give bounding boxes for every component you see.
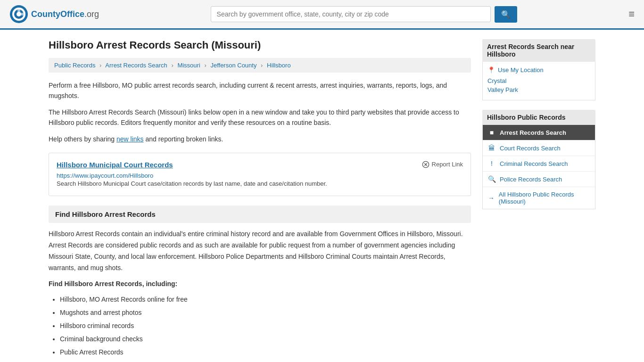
logo-area: CountyOffice.org (9, 5, 99, 24)
record-url[interactable]: https://www.ipaycourt.com/Hillsboro (57, 172, 153, 179)
sidebar-near-content: 📍 Use My Location Crystal Valley Park (482, 62, 595, 100)
breadcrumb-arrest-records[interactable]: Arrest Records Search (105, 62, 167, 69)
record-title-link[interactable]: Hillsboro Municipal Court Records (57, 161, 173, 169)
find-subheading: Find Hillsboro Arrest Records, including… (49, 280, 177, 288)
logo-text: CountyOffice.org (31, 9, 99, 19)
breadcrumb: Public Records › Arrest Records Search ›… (49, 58, 471, 73)
search-input[interactable] (211, 6, 491, 22)
criminal-records-icon: ! (487, 160, 496, 167)
report-link-btn[interactable]: Report Link (422, 161, 463, 168)
court-records-icon: 🏛 (487, 144, 496, 152)
breadcrumb-sep-2: › (171, 62, 173, 69)
find-content: Hillsboro Arrest Records contain an indi… (49, 229, 471, 358)
sidebar-link-valley-park[interactable]: Valley Park (487, 86, 590, 93)
search-button[interactable]: 🔍 (495, 6, 517, 23)
help-text-post: and reporting broken links. (144, 135, 223, 143)
sidebar-item-arrest-records[interactable]: ■ Arrest Records Search (483, 125, 595, 140)
breadcrumb-public-records[interactable]: Public Records (54, 62, 95, 69)
description-2: The Hillsboro Arrest Records Search (Mis… (49, 107, 471, 128)
list-item: Public Arrest Records (60, 347, 471, 358)
sidebar-item-criminal-label: Criminal Records Search (500, 160, 568, 167)
report-label: Report Link (432, 161, 463, 168)
menu-button[interactable]: ≡ (628, 9, 635, 19)
sidebar-item-police-records[interactable]: 🔍 Police Records Search (483, 172, 595, 187)
record-card-header: Hillsboro Municipal Court Records Report… (57, 161, 463, 169)
logo-icon (9, 5, 28, 24)
sidebar-item-court-label: Court Records Search (500, 145, 561, 152)
sidebar-item-court-records[interactable]: 🏛 Court Records Search (483, 140, 595, 156)
all-records-icon: → (487, 194, 495, 202)
sidebar-nav: ■ Arrest Records Search 🏛 Court Records … (482, 125, 595, 209)
breadcrumb-sep-1: › (99, 62, 101, 69)
help-text: Help others by sharing new links and rep… (49, 134, 471, 144)
search-icon: 🔍 (501, 10, 511, 18)
help-text-pre: Help others by sharing (49, 135, 116, 143)
main-container: Hillsboro Arrest Records Search (Missour… (39, 30, 605, 362)
record-title: Hillsboro Municipal Court Records (57, 161, 173, 169)
breadcrumb-hillsboro[interactable]: Hillsboro (267, 62, 291, 69)
search-area: 🔍 (211, 6, 517, 23)
find-list: Hillsboro, MO Arrest Records online for … (60, 294, 471, 358)
sidebar-public-records-title-text: Hillsboro Public Records (487, 114, 565, 121)
sidebar-near-title: Arrest Records Search near Hillsboro (482, 39, 595, 62)
list-item: Hillsboro, MO Arrest Records online for … (60, 294, 471, 305)
list-item: Hillsboro criminal records (60, 321, 471, 332)
arrest-records-icon: ■ (487, 129, 496, 136)
list-item: Mugshots and arrest photos (60, 307, 471, 319)
breadcrumb-sep-4: › (261, 62, 263, 69)
sidebar-link-crystal[interactable]: Crystal (487, 77, 590, 84)
report-icon (422, 161, 429, 168)
sidebar: Arrest Records Search near Hillsboro 📍 U… (482, 39, 595, 360)
sidebar-public-records-title: Hillsboro Public Records (482, 110, 595, 125)
sidebar-item-all-records[interactable]: → All Hillsboro Public Records (Missouri… (483, 187, 595, 209)
sidebar-item-arrest-label: Arrest Records Search (500, 129, 566, 136)
sidebar-near-section: Arrest Records Search near Hillsboro 📍 U… (482, 39, 595, 100)
breadcrumb-missouri[interactable]: Missouri (177, 62, 200, 69)
description-section: Perform a free Hillsboro, MO public arre… (49, 80, 471, 144)
sidebar-item-criminal-records[interactable]: ! Criminal Records Search (483, 156, 595, 172)
sidebar-near-title-text: Arrest Records Search near Hillsboro (487, 43, 574, 58)
sidebar-public-records-section: Hillsboro Public Records ■ Arrest Record… (482, 110, 595, 209)
breadcrumb-jefferson-county[interactable]: Jefferson County (210, 62, 256, 69)
sidebar-item-all-label: All Hillsboro Public Records (Missouri) (499, 191, 590, 205)
description-1: Perform a free Hillsboro, MO public arre… (49, 80, 471, 101)
use-location-label: Use My Location (498, 66, 544, 74)
find-section-title: Find Hillsboro Arrest Records (55, 210, 464, 218)
content-area: Hillsboro Arrest Records Search (Missour… (49, 39, 471, 360)
page-title: Hillsboro Arrest Records Search (Missour… (49, 39, 471, 51)
list-item: Criminal background checks (60, 334, 471, 345)
sidebar-item-police-label: Police Records Search (500, 176, 562, 183)
record-description: Search Hillsboro Municipal Court case/ci… (57, 179, 463, 189)
breadcrumb-sep-3: › (204, 62, 206, 69)
location-pin-icon: 📍 (487, 66, 495, 74)
police-records-icon: 🔍 (487, 175, 496, 183)
find-paragraph-1: Hillsboro Arrest Records contain an indi… (49, 229, 471, 273)
find-section-header: Find Hillsboro Arrest Records (49, 206, 471, 223)
record-card: Hillsboro Municipal Court Records Report… (49, 153, 471, 197)
site-header: CountyOffice.org 🔍 ≡ (0, 0, 644, 30)
hamburger-icon: ≡ (628, 8, 635, 20)
use-location-link[interactable]: 📍 Use My Location (487, 66, 590, 74)
new-links[interactable]: new links (116, 135, 144, 143)
